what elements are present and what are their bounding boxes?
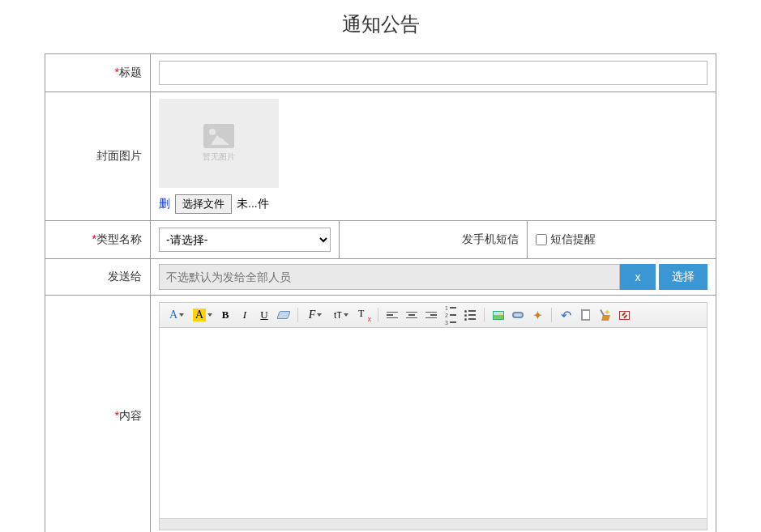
chevron-down-icon bbox=[179, 313, 184, 317]
align-center-icon bbox=[406, 312, 417, 319]
chevron-down-icon bbox=[344, 313, 348, 317]
bold-button[interactable]: B bbox=[216, 306, 234, 324]
sms-reminder-checkbox[interactable] bbox=[536, 234, 547, 245]
chevron-down-icon bbox=[207, 313, 212, 317]
cover-preview: 暂无图片 bbox=[159, 99, 279, 188]
underline-button[interactable]: U bbox=[255, 306, 273, 324]
cover-delete-link[interactable]: 删 bbox=[159, 197, 170, 211]
label-content: *内容 bbox=[45, 296, 151, 533]
page-title: 通知公告 bbox=[45, 5, 716, 53]
eraser-icon bbox=[276, 311, 291, 319]
align-center-button[interactable] bbox=[403, 306, 421, 324]
sms-reminder-label[interactable]: 短信提醒 bbox=[536, 232, 596, 247]
flash-icon: ✦ bbox=[533, 309, 542, 321]
unordered-list-button[interactable] bbox=[461, 306, 479, 324]
align-left-button[interactable] bbox=[383, 306, 401, 324]
link-icon bbox=[512, 312, 524, 318]
ordered-list-icon: 123 bbox=[445, 305, 456, 326]
eraser-button[interactable] bbox=[275, 306, 293, 324]
label-sms: 发手机短信 bbox=[339, 221, 528, 259]
sendto-clear-button[interactable]: x bbox=[620, 264, 656, 290]
clear-button[interactable]: ✦ bbox=[596, 306, 614, 324]
removeformat-icon bbox=[358, 309, 370, 321]
align-right-button[interactable] bbox=[422, 306, 440, 324]
label-title: *标题 bbox=[45, 54, 151, 92]
sendto-choose-button[interactable]: 选择 bbox=[659, 264, 708, 290]
form-table: *标题 封面图片 暂无图片 删 选择文件 未...件 bbox=[45, 53, 716, 532]
cover-placeholder-text: 暂无图片 bbox=[203, 151, 235, 163]
align-left-icon bbox=[387, 312, 398, 319]
editor-footer bbox=[160, 518, 707, 530]
toolbar-separator bbox=[551, 308, 552, 322]
chevron-down-icon bbox=[317, 313, 322, 317]
italic-button[interactable]: I bbox=[236, 306, 254, 324]
hilitecolor-button[interactable]: A bbox=[190, 306, 215, 324]
label-sendto: 发送给 bbox=[45, 259, 151, 296]
toolbar-separator bbox=[297, 308, 298, 322]
ordered-list-button[interactable]: 123 bbox=[442, 306, 460, 324]
fullscreen-button[interactable] bbox=[615, 306, 633, 324]
unordered-list-icon bbox=[464, 310, 476, 321]
toolbar-separator bbox=[484, 308, 485, 322]
insert-image-button[interactable] bbox=[490, 306, 507, 324]
fontsize-button[interactable]: tT bbox=[329, 306, 353, 324]
file-status-text: 未...件 bbox=[237, 197, 269, 211]
undo-button[interactable]: ↶ bbox=[557, 306, 575, 324]
rich-text-editor: A A B I U F tT 123 bbox=[159, 302, 708, 530]
insert-flash-button[interactable]: ✦ bbox=[528, 306, 546, 324]
removeformat-button[interactable] bbox=[355, 306, 373, 324]
type-name-select[interactable]: -请选择- bbox=[159, 228, 331, 252]
toolbar-separator bbox=[378, 308, 378, 322]
insert-link-button[interactable] bbox=[509, 306, 527, 324]
fullscreen-icon bbox=[619, 311, 630, 320]
title-input[interactable] bbox=[159, 61, 708, 85]
paste-icon bbox=[581, 309, 590, 321]
sendto-input[interactable] bbox=[159, 264, 620, 290]
label-cover: 封面图片 bbox=[45, 92, 151, 221]
label-typename: *类型名称 bbox=[45, 221, 151, 259]
choose-file-button[interactable]: 选择文件 bbox=[175, 194, 232, 214]
forecolor-button[interactable]: A bbox=[165, 306, 189, 324]
broom-icon: ✦ bbox=[599, 309, 610, 321]
paste-button[interactable] bbox=[576, 306, 594, 324]
image-placeholder-icon bbox=[203, 124, 234, 148]
undo-icon: ↶ bbox=[561, 308, 571, 323]
image-icon bbox=[493, 311, 504, 320]
fontfamily-button[interactable]: F bbox=[303, 306, 327, 324]
editor-body[interactable] bbox=[160, 328, 707, 518]
editor-toolbar: A A B I U F tT 123 bbox=[160, 303, 707, 328]
align-right-icon bbox=[425, 312, 437, 319]
